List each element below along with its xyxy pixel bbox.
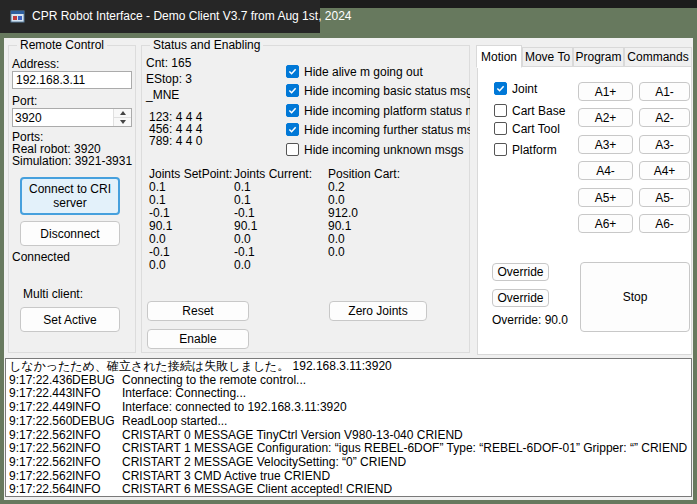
mode-checkbox-cart-base[interactable]: Cart Base xyxy=(494,103,586,118)
checkbox-box xyxy=(286,123,299,136)
checkbox-box xyxy=(494,143,507,156)
zero-joints-button[interactable]: Zero Joints xyxy=(329,301,427,321)
log-time: 9:17:22.443 xyxy=(9,387,72,401)
log-time: 9:17:22.564 xyxy=(9,483,72,497)
joints-setpoint-column-value: 0.0 xyxy=(149,259,232,272)
axis-button-a3-plus[interactable]: A3+ xyxy=(578,135,633,154)
mode-checkbox-joint[interactable]: Joint xyxy=(494,81,586,96)
position-cart-column-value: 0.0 xyxy=(328,246,400,259)
axis-button-a1-plus[interactable]: A1+ xyxy=(578,82,633,101)
axis-button-a5-plus[interactable]: A5+ xyxy=(578,188,633,207)
log-message: ReadLoop started... xyxy=(122,415,227,429)
axis-button-a1-minus[interactable]: A1- xyxy=(639,82,690,101)
enable-button[interactable]: Enable xyxy=(147,329,249,349)
log-line: しなかったため、確立された接続は失敗しました。 192.168.3.11:392… xyxy=(9,360,688,374)
tab-move-to[interactable]: Move To xyxy=(522,47,573,67)
log-level: DEBUG xyxy=(72,374,122,388)
log-level: INFO xyxy=(72,401,122,415)
hide-msg-checkbox-hide-incoming-basic-status-msgs-label: Hide incoming basic status msgs xyxy=(304,84,470,98)
port-label: Port: xyxy=(12,94,37,108)
hide-msg-checkbox-hide-alive-m-going-out-label: Hide alive m going out xyxy=(304,65,423,79)
log-message: CRISTART 0 MESSAGE TinyCtrl Version V980… xyxy=(122,429,463,443)
log-output[interactable]: しなかったため、確立された接続は失敗しました。 192.168.3.11:392… xyxy=(5,358,692,497)
hide-msg-checkbox-hide-alive-m-going-out[interactable]: Hide alive m going out xyxy=(286,64,470,79)
log-line: 9:17:22.562INFOCRISTART 3 CMD Active tru… xyxy=(9,470,688,484)
status-matrix-row: 789: 4 4 0 xyxy=(149,134,202,148)
axis-button-a2-minus[interactable]: A2- xyxy=(639,108,690,127)
disconnect-button[interactable]: Disconnect xyxy=(20,221,120,246)
remote-control-group-label: Remote Control xyxy=(17,38,107,52)
stop-button[interactable]: Stop xyxy=(580,262,690,332)
address-input[interactable] xyxy=(12,71,132,89)
address-label: Address: xyxy=(12,57,59,71)
log-message: CRISTART 2 MESSAGE VelocitySetting: “0” … xyxy=(122,456,406,470)
tab-program[interactable]: Program xyxy=(573,47,624,67)
hide-msg-checkbox-hide-incoming-unknown-msgs-label: Hide incoming unknown msgs xyxy=(304,143,463,157)
log-message: CRISTART 1 MESSAGE Configuration: “igus … xyxy=(122,442,687,456)
log-message: しなかったため、確立された接続は失敗しました。 192.168.3.11:392… xyxy=(9,360,392,374)
mode-checkbox-platform[interactable]: Platform xyxy=(494,142,586,157)
tab-commands[interactable]: Commands xyxy=(624,47,692,67)
override-value-label: Override: 90.0 xyxy=(492,313,568,327)
app-window: CPR Robot Interface - Demo Client V3.7 f… xyxy=(0,0,697,504)
hide-msg-checkbox-hide-incoming-platform-status-msgs[interactable]: Hide incoming platform status msgs xyxy=(286,103,470,118)
app-icon xyxy=(10,9,26,25)
log-level: INFO xyxy=(72,470,122,484)
log-line: 9:17:22.560DEBUGReadLoop started... xyxy=(9,415,688,429)
log-line: 9:17:22.562INFOCRISTART 0 MESSAGE TinyCt… xyxy=(9,429,688,443)
axis-button-a6-minus[interactable]: A6- xyxy=(639,214,690,233)
log-time: 9:17:22.449 xyxy=(9,401,72,415)
port-decrement-button[interactable] xyxy=(114,117,131,126)
axis-button-a2-plus[interactable]: A2+ xyxy=(578,108,633,127)
reset-button[interactable]: Reset xyxy=(147,301,249,321)
axis-button-a3-minus[interactable]: A3- xyxy=(639,135,690,154)
tab-motion[interactable]: Motion xyxy=(476,45,522,68)
log-level: INFO xyxy=(72,456,122,470)
log-time: 9:17:22.562 xyxy=(9,429,72,443)
log-time: 9:17:22.562 xyxy=(9,456,72,470)
log-level: INFO xyxy=(72,429,122,443)
position-cart-column: Position Cart:0.20.0912.090.10.00.0 xyxy=(328,168,400,259)
log-time: 9:17:22.562 xyxy=(9,470,72,484)
hide-msg-checkbox-hide-incoming-basic-status-msgs[interactable]: Hide incoming basic status msgs xyxy=(286,83,470,98)
mode-checkbox-cart-base-label: Cart Base xyxy=(512,104,565,118)
checkbox-box xyxy=(494,104,507,117)
connection-status: Connected xyxy=(12,250,70,264)
axis-button-a5-minus[interactable]: A5- xyxy=(639,188,690,207)
port-input[interactable] xyxy=(13,109,113,126)
spin-buttons xyxy=(113,109,131,126)
log-message: CRISTART 6 MESSAGE Client accepted! CRIE… xyxy=(122,483,392,497)
override-up-button[interactable]: Override xyxy=(492,263,549,281)
connect-button[interactable]: Connect to CRI server xyxy=(20,177,120,215)
checkbox-box xyxy=(286,65,299,78)
axis-button-a6-plus[interactable]: A6+ xyxy=(578,214,633,233)
multi-client-label: Multi client: xyxy=(23,287,83,301)
axis-button-a4-minus[interactable]: A4- xyxy=(578,161,633,180)
checkbox-box xyxy=(286,143,299,156)
mode-checkbox-cart-tool-label: Cart Tool xyxy=(512,122,560,136)
override-down-button[interactable]: Override xyxy=(492,289,549,307)
log-level: INFO xyxy=(72,483,122,497)
log-time: 9:17:22.562 xyxy=(9,442,72,456)
mode-checkbox-joint-label: Joint xyxy=(512,82,537,96)
log-line: 9:17:22.562INFOCRISTART 1 MESSAGE Config… xyxy=(9,442,688,456)
log-level: INFO xyxy=(72,387,122,401)
cnt-label: Cnt: 165 xyxy=(146,56,191,70)
joints-current-column: Joints Current:0.10.1-0.190.10.0-0.10.0 xyxy=(234,168,312,272)
checkbox-box xyxy=(494,82,507,95)
port-increment-button[interactable] xyxy=(114,109,131,117)
joints-setpoint-column: Joints SetPoint:0.10.1-0.190.10.0-0.10.0 xyxy=(149,168,232,272)
set-active-button[interactable]: Set Active xyxy=(20,307,120,332)
status-enabling-group-label: Status and Enabling xyxy=(150,38,263,52)
checkbox-box xyxy=(286,84,299,97)
hide-msg-checkbox-hide-incoming-platform-status-msgs-label: Hide incoming platform status msgs xyxy=(304,104,470,118)
axis-button-a4-plus[interactable]: A4+ xyxy=(639,161,690,180)
hide-msg-checkbox-hide-incoming-unknown-msgs[interactable]: Hide incoming unknown msgs xyxy=(286,142,470,157)
log-time: 9:17:22.436 xyxy=(9,374,72,388)
arrow-up-icon xyxy=(120,111,126,115)
hide-msg-checkbox-hide-incoming-further-status-msgs[interactable]: Hide incoming further status msgs xyxy=(286,122,470,137)
log-level: DEBUG xyxy=(72,415,122,429)
mne-label: _MNE xyxy=(146,88,179,102)
log-line: 9:17:22.564INFOCRISTART 6 MESSAGE Client… xyxy=(9,483,688,497)
mode-checkbox-cart-tool[interactable]: Cart Tool xyxy=(494,121,586,136)
